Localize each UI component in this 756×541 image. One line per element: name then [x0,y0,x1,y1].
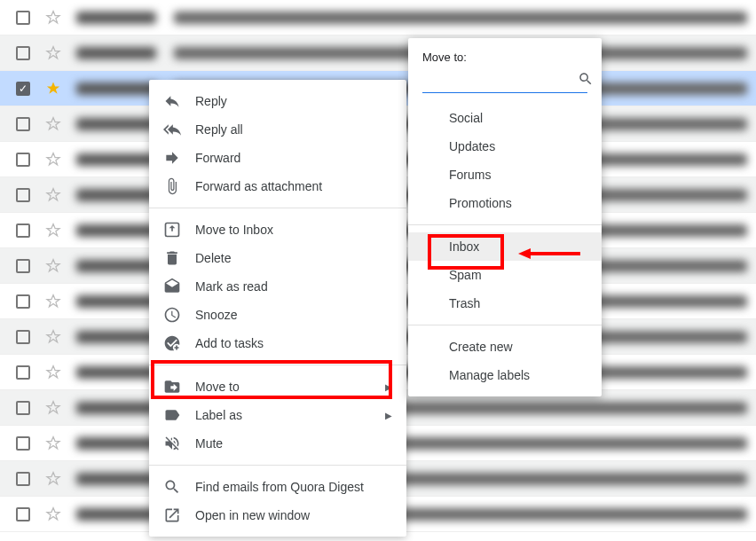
menu-label: Move to [195,380,385,394]
menu-snooze[interactable]: Snooze [149,301,406,329]
reply-icon [163,92,181,110]
checkbox[interactable] [16,117,30,131]
menu-divider [149,365,406,365]
menu-label: Mute [195,436,392,451]
email-row[interactable] [0,35,756,71]
menu-delete[interactable]: Delete [149,244,406,272]
menu-label: Label as [195,408,385,422]
context-menu: Reply Reply all Forward Forward as attac… [149,80,406,537]
reply-all-icon [163,121,181,138]
forward-icon [163,149,181,167]
menu-label: Snooze [195,308,392,322]
checkbox[interactable] [16,401,30,415]
menu-divider [149,465,406,466]
checkbox[interactable] [16,259,30,273]
checkbox[interactable] [16,436,30,451]
menu-label: Add to tasks [195,336,392,350]
trash-icon [163,249,181,267]
star-icon[interactable] [44,9,62,27]
menu-find-emails[interactable]: Find emails from Quora Digest [149,473,406,501]
menu-label: Forward [195,151,392,165]
attachment-icon [163,177,181,195]
submenu-promotions[interactable]: Promotions [408,189,602,217]
menu-move-to-inbox[interactable]: Move to Inbox [149,216,406,244]
menu-label: Move to Inbox [195,223,392,237]
star-icon[interactable] [44,435,62,452]
submenu-updates[interactable]: Updates [408,132,602,161]
star-icon[interactable] [44,328,62,346]
checkbox[interactable] [16,223,30,238]
menu-add-to-tasks[interactable]: Add to tasks [149,329,406,357]
checkbox[interactable] [16,46,30,60]
menu-forward-attachment[interactable]: Forward as attachment [149,172,406,200]
menu-label-as[interactable]: Label as ▶ [149,401,406,429]
checkbox[interactable] [16,472,30,486]
menu-mark-as-read[interactable]: Mark as read [149,272,406,301]
chevron-right-icon: ▶ [385,411,392,420]
submenu-forums[interactable]: Forums [408,161,602,189]
star-icon[interactable] [44,44,62,62]
star-icon[interactable] [44,364,62,381]
submenu-divider [408,325,602,325]
submenu-title: Move to: [408,51,602,69]
submenu-inbox[interactable]: Inbox [408,232,602,261]
menu-forward[interactable]: Forward [149,144,406,172]
chevron-right-icon: ▶ [385,382,392,392]
email-row[interactable] [0,0,756,35]
submenu-divider [408,224,602,225]
menu-label: Mark as read [195,279,392,294]
search-icon [163,478,181,496]
inbox-arrow-icon [163,221,181,239]
envelope-open-icon [163,278,181,295]
label-icon [163,406,181,424]
mute-icon [163,435,181,452]
menu-open-new-window[interactable]: Open in new window [149,501,406,529]
add-task-icon [163,334,181,352]
checkbox[interactable] [16,188,30,202]
submenu-social[interactable]: Social [408,104,602,132]
checkbox[interactable] [16,330,30,344]
menu-mute[interactable]: Mute [149,429,406,458]
checkbox[interactable] [16,507,30,521]
submenu-trash[interactable]: Trash [408,289,602,318]
clock-icon [163,306,181,324]
submenu-create-new[interactable]: Create new [408,333,602,361]
menu-divider [149,208,406,208]
star-icon[interactable] [44,151,62,169]
submenu-spam[interactable]: Spam [408,261,602,289]
menu-label: Reply [195,94,392,108]
menu-reply-all[interactable]: Reply all [149,115,406,144]
star-icon[interactable] [44,293,62,310]
menu-reply[interactable]: Reply [149,87,406,115]
checkbox[interactable] [16,365,30,380]
star-icon-starred[interactable] [44,80,62,98]
submenu-manage-labels[interactable]: Manage labels [408,361,602,389]
open-new-icon [163,506,181,524]
star-icon[interactable] [44,470,62,488]
checkbox[interactable] [16,153,30,167]
submenu-search-row [422,69,587,93]
star-icon[interactable] [44,115,62,133]
menu-move-to[interactable]: Move to ▶ [149,372,406,401]
move-to-submenu: Move to: Social Updates Forums Promotion… [408,38,602,396]
menu-label: Open in new window [195,508,392,522]
search-icon [578,71,594,90]
menu-label: Find emails from Quora Digest [195,480,392,494]
menu-label: Reply all [195,122,392,137]
star-icon[interactable] [44,399,62,417]
menu-label: Forward as attachment [195,179,392,193]
star-icon[interactable] [44,506,62,523]
checkbox-checked[interactable] [16,82,30,96]
checkbox[interactable] [16,294,30,309]
star-icon[interactable] [44,257,62,275]
star-icon[interactable] [44,222,62,239]
checkbox[interactable] [16,11,30,25]
folder-move-icon [163,378,181,396]
star-icon[interactable] [44,186,62,204]
menu-label: Delete [195,251,392,265]
submenu-search-input[interactable] [422,69,578,90]
